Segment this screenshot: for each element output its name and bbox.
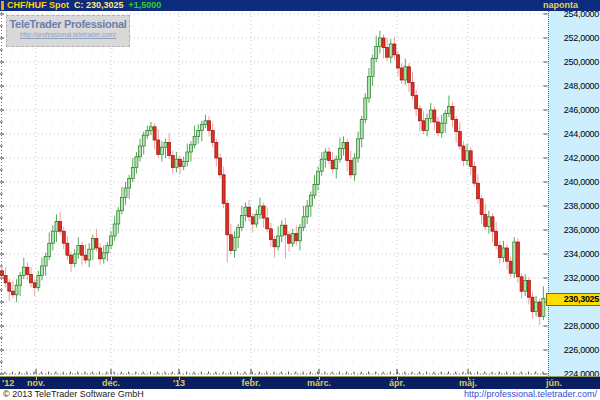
price-change: +1,5000 (129, 0, 162, 11)
watermark-url: http://professional.teletrader.com/ (7, 31, 129, 38)
candle-up (117, 211, 120, 224)
candle-up (88, 249, 91, 260)
candle-up (466, 151, 469, 161)
candle-up (342, 142, 345, 148)
x-axis-tick (251, 377, 252, 380)
candle-down (248, 207, 251, 217)
candle-down (531, 297, 534, 311)
candle-down (346, 142, 349, 160)
candle-up (447, 106, 450, 113)
current-price-tag: 230,3025 (546, 293, 600, 306)
candle-up (237, 228, 240, 238)
candle-down (520, 277, 523, 291)
candle-up (197, 130, 200, 136)
candle-up (309, 195, 312, 206)
candle-up (120, 198, 123, 211)
candle-down (62, 231, 65, 243)
candle-down (269, 229, 272, 240)
copyright-bar: © 2013 TeleTrader Software GmbH http://p… (0, 389, 600, 400)
candle-down (331, 160, 334, 168)
candle-up (113, 224, 116, 236)
candle-up (360, 120, 363, 139)
candle-up (233, 237, 236, 250)
candle-down (226, 204, 229, 235)
candle-up (404, 67, 407, 80)
instrument-symbol[interactable]: CHF/HUF Spot (7, 0, 69, 11)
candle-up (338, 148, 341, 159)
candle-down (393, 44, 396, 55)
candle-up (124, 188, 127, 198)
y-axis-label: 244,0000 (564, 129, 599, 139)
candle-up (240, 216, 243, 228)
candle-down (498, 246, 501, 258)
candle-up (353, 158, 356, 175)
candle-down (208, 121, 211, 131)
candle-up (204, 121, 207, 125)
candle-up (542, 298, 545, 316)
candle-down (70, 255, 73, 263)
y-axis-label: 242,0000 (564, 153, 599, 163)
candle-down (266, 218, 269, 229)
candle-down (33, 283, 36, 288)
candle-down (95, 238, 98, 248)
copyright-text: © 2013 TeleTrader Software GmbH (3, 389, 144, 400)
candle-up (313, 184, 316, 195)
candle-down (99, 248, 102, 259)
header-accent-bar (1, 1, 4, 10)
candle-down (179, 159, 182, 166)
candle-up (291, 234, 294, 244)
y-axis-label: 238,0000 (564, 201, 599, 211)
candle-up (102, 253, 105, 259)
candle-up (317, 171, 320, 184)
candle-down (222, 175, 225, 204)
candle-up (487, 217, 490, 227)
plot-area[interactable] (0, 0, 600, 400)
candle-down (422, 121, 425, 131)
candle-down (84, 255, 87, 260)
candle-up (444, 114, 447, 124)
price-axis-panel: 254,0000252,0000250,0000248,0000246,0000… (548, 11, 600, 376)
candle-up (298, 228, 301, 241)
candle-down (476, 183, 479, 199)
candle-up (258, 206, 261, 214)
footer-url[interactable]: http://professional.teletrader.com/ (464, 389, 597, 400)
candle-up (244, 207, 247, 215)
x-axis-tick (36, 377, 37, 380)
candle-down (411, 82, 414, 95)
y-axis-label: 228,0000 (564, 321, 599, 331)
candle-up (91, 238, 94, 249)
y-axis-label: 246,0000 (564, 105, 599, 115)
watermark: TeleTrader Professional http://professio… (6, 15, 130, 47)
candle-down (1, 271, 4, 276)
candle-down (538, 302, 541, 316)
candle-up (524, 280, 527, 291)
candle-down (469, 151, 472, 167)
candle-down (455, 120, 458, 132)
candle-up (149, 127, 152, 131)
candle-up (429, 110, 432, 118)
candle-up (44, 256, 47, 266)
x-axis-tick (111, 377, 112, 380)
candle-down (80, 246, 83, 256)
candle-down (480, 199, 483, 215)
candle-down (215, 142, 218, 158)
candle-up (128, 178, 131, 188)
candle-up (186, 152, 189, 162)
candle-up (164, 142, 167, 147)
candle-up (367, 76, 370, 98)
candle-up (440, 123, 443, 133)
candle-down (30, 274, 33, 282)
candle-down (458, 132, 461, 146)
candle-down (11, 291, 14, 295)
quote-header: CHF/HUF Spot C: 230,3025 +1,5000 naponta (0, 0, 600, 11)
candle-down (171, 156, 174, 168)
candle-down (26, 267, 29, 274)
candle-up (55, 222, 58, 232)
candle-up (106, 246, 109, 253)
candle-up (77, 246, 80, 254)
x-axis-label: '12 (2, 378, 14, 388)
candle-down (436, 122, 439, 133)
x-axis-tick (319, 377, 320, 380)
candle-down (407, 67, 410, 83)
candle-up (135, 157, 138, 168)
